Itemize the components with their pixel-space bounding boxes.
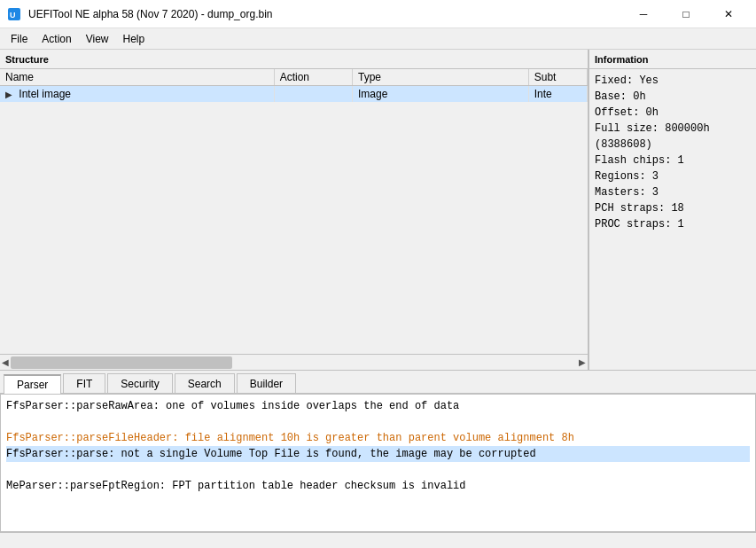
- col-header-action[interactable]: Action: [274, 69, 352, 86]
- menu-bar: FileActionViewHelp: [0, 28, 756, 50]
- info-line: Regions: 3: [595, 168, 751, 184]
- maximize-button[interactable]: □: [666, 0, 706, 28]
- col-header-type[interactable]: Type: [352, 69, 528, 86]
- info-line: PROC straps: 1: [595, 216, 751, 232]
- menu-item-file[interactable]: File: [4, 29, 35, 49]
- info-line: Base: 0h: [595, 89, 751, 105]
- info-line: PCH straps: 18: [595, 200, 751, 216]
- log-area[interactable]: FfsParser::parseRawArea: one of volumes …: [0, 394, 756, 532]
- minimize-button[interactable]: ─: [623, 0, 664, 28]
- tabs-bar: ParserFITSecuritySearchBuilder: [0, 371, 756, 394]
- info-line: Flash chips: 1: [595, 153, 751, 168]
- horizontal-scrollbar-area: ◀ ▶: [0, 354, 588, 370]
- status-bar: [0, 532, 756, 548]
- cell-type: Image: [352, 86, 528, 103]
- menu-item-action[interactable]: Action: [35, 29, 78, 49]
- scroll-left-arrow[interactable]: ◀: [0, 357, 9, 367]
- window-title: UEFITool NE alpha 58 (Nov 7 2020) - dump…: [28, 8, 272, 20]
- cell-action: [274, 86, 352, 103]
- info-line: Offset: 0h: [595, 105, 751, 121]
- structure-panel: Structure Name Action Type Subt ▶ Intel …: [0, 50, 589, 370]
- title-bar-left: U UEFITool NE alpha 58 (Nov 7 2020) - du…: [7, 7, 272, 21]
- app-icon: U: [7, 7, 21, 21]
- svg-text:U: U: [10, 11, 16, 20]
- top-section: Structure Name Action Type Subt ▶ Intel …: [0, 50, 756, 371]
- title-bar: U UEFITool NE alpha 58 (Nov 7 2020) - du…: [0, 0, 756, 28]
- tab-parser[interactable]: Parser: [4, 374, 61, 394]
- cell-name: ▶ Intel image: [0, 86, 274, 103]
- info-line: (8388608): [595, 137, 751, 153]
- info-line: Fixed: Yes: [595, 73, 751, 89]
- structure-table-container[interactable]: Name Action Type Subt ▶ Intel imageImage…: [0, 69, 588, 354]
- tab-security[interactable]: Security: [107, 373, 172, 393]
- close-button[interactable]: ✕: [708, 0, 749, 28]
- info-line: Full size: 800000h: [595, 121, 751, 137]
- menu-item-view[interactable]: View: [79, 29, 116, 49]
- main-layout: Structure Name Action Type Subt ▶ Intel …: [0, 50, 756, 548]
- structure-header: Structure: [0, 50, 588, 69]
- table-header-row: Name Action Type Subt: [0, 69, 588, 86]
- information-header: Information: [589, 50, 756, 69]
- tab-fit[interactable]: FIT: [63, 373, 105, 393]
- cell-subtype: Inte: [528, 86, 587, 103]
- scroll-right-arrow[interactable]: ▶: [579, 357, 588, 367]
- horizontal-scrollbar[interactable]: [11, 356, 232, 369]
- tab-builder[interactable]: Builder: [237, 373, 296, 393]
- log-line: FfsParser::parse: not a single Volume To…: [6, 446, 750, 462]
- table-row[interactable]: ▶ Intel imageImageInte: [0, 86, 588, 103]
- bottom-section: ParserFITSecuritySearchBuilder FfsParser…: [0, 371, 756, 548]
- structure-table: Name Action Type Subt ▶ Intel imageImage…: [0, 69, 588, 102]
- log-line: FfsParser::parseFileHeader: file alignme…: [6, 432, 574, 444]
- menu-item-help[interactable]: Help: [116, 29, 152, 49]
- log-line: MeParser::parseFptRegion: FPT partition …: [6, 478, 750, 494]
- log-line: FfsParser::parseRawArea: one of volumes …: [6, 398, 750, 414]
- window-controls: ─ □ ✕: [623, 0, 749, 28]
- information-panel: Information Fixed: YesBase: 0hOffset: 0h…: [589, 50, 756, 370]
- tree-arrow[interactable]: ▶: [5, 90, 16, 99]
- information-content: Fixed: YesBase: 0hOffset: 0hFull size: 8…: [589, 69, 756, 370]
- col-header-subtype[interactable]: Subt: [528, 69, 587, 86]
- tab-search[interactable]: Search: [175, 373, 235, 393]
- info-line: Masters: 3: [595, 184, 751, 200]
- col-header-name[interactable]: Name: [0, 69, 274, 86]
